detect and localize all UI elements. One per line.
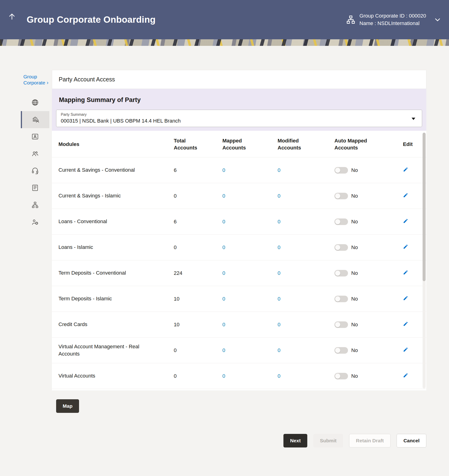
module-name: Virtual Accounts xyxy=(58,372,157,380)
auto-mapped-label: No xyxy=(351,167,358,173)
auto-mapped-toggle[interactable] xyxy=(334,193,348,199)
map-button[interactable]: Map xyxy=(56,399,79,413)
edit-icon[interactable] xyxy=(403,244,408,249)
sidebar-item-report[interactable] xyxy=(21,179,49,197)
total-accounts-value: 0 xyxy=(174,244,222,250)
total-accounts-value: 6 xyxy=(174,167,222,173)
scroll-top-arrow-icon[interactable] xyxy=(8,13,16,21)
modified-accounts-link[interactable]: 0 xyxy=(278,167,334,173)
sidebar-item-support[interactable] xyxy=(21,162,49,179)
decorative-banner xyxy=(0,39,449,46)
cancel-button[interactable]: Cancel xyxy=(397,434,426,448)
org-hierarchy-icon xyxy=(346,15,356,25)
user-id-icon xyxy=(31,133,39,140)
auto-mapped-toggle[interactable] xyxy=(334,296,348,302)
mapped-accounts-link[interactable]: 0 xyxy=(222,167,278,173)
page-title: Party Account Access xyxy=(52,70,426,89)
module-name: Current & Savings - Islamic xyxy=(58,192,157,199)
modified-accounts-link[interactable]: 0 xyxy=(278,296,334,302)
sidebar-item-workflow[interactable] xyxy=(21,197,49,214)
auto-mapped-toggle[interactable] xyxy=(334,167,348,174)
breadcrumb-group-corporate[interactable]: Group Corporate xyxy=(23,74,50,86)
total-accounts-value: 0 xyxy=(174,373,222,379)
auto-mapped-toggle[interactable] xyxy=(334,347,348,354)
modified-accounts-link[interactable]: 0 xyxy=(278,244,334,250)
table-row: Virtual Account Management - Real Accoun… xyxy=(52,338,426,363)
auto-mapped-toggle[interactable] xyxy=(334,270,348,277)
chevron-down-icon[interactable] xyxy=(434,16,441,23)
mapped-accounts-link[interactable]: 0 xyxy=(222,193,278,199)
edit-icon[interactable] xyxy=(403,347,408,352)
sidebar-item-party-account-access[interactable] xyxy=(21,111,49,128)
table-scrollbar[interactable] xyxy=(423,133,426,389)
module-name: Loans - Conventional xyxy=(58,218,157,225)
table-row: Virtual Accounts000No xyxy=(52,363,426,389)
group-corporate-name: Name : NSDLInternational xyxy=(359,20,426,27)
module-name: Term Deposits - Islamic xyxy=(58,295,157,302)
dropdown-caret-icon[interactable] xyxy=(412,118,415,120)
sidebar-item-user-settings[interactable] xyxy=(21,214,49,231)
party-summary-value: 000315 | NSDL Bank | UBS OBPM 14.4 HEL B… xyxy=(56,117,422,124)
mapped-accounts-link[interactable]: 0 xyxy=(222,322,278,328)
sidebar-item-users[interactable] xyxy=(21,145,49,162)
module-name: Term Deposits - Conventional xyxy=(58,269,157,277)
auto-mapped-toggle[interactable] xyxy=(334,244,348,251)
mapped-accounts-link[interactable]: 0 xyxy=(222,270,278,276)
mapped-accounts-link[interactable]: 0 xyxy=(222,219,278,225)
footer-actions: Next Submit Retain Draft Cancel xyxy=(52,434,426,448)
modified-accounts-link[interactable]: 0 xyxy=(278,219,334,225)
app-header: Group Corporate Onboarding Group Corpora… xyxy=(0,0,449,39)
sidebar-item-globe[interactable] xyxy=(21,94,49,111)
table-row: Term Deposits - Islamic1000No xyxy=(52,286,426,312)
auto-mapped-label: No xyxy=(351,347,358,353)
auto-mapped-label: No xyxy=(351,219,358,225)
modified-accounts-link[interactable]: 0 xyxy=(278,347,334,353)
col-header-modified-accounts: Modified Accounts xyxy=(278,137,313,151)
module-name: Credit Cards xyxy=(58,321,157,328)
table-scrollbar-thumb[interactable] xyxy=(423,133,426,281)
sidebar-item-user-id[interactable] xyxy=(21,128,49,145)
table-body: Current & Savings - Conventional600NoCur… xyxy=(52,157,426,389)
modified-accounts-link[interactable]: 0 xyxy=(278,322,334,328)
modified-accounts-link[interactable]: 0 xyxy=(278,270,334,276)
table-row: Current & Savings - Conventional600No xyxy=(52,157,426,183)
col-header-auto-mapped-accounts: Auto Mapped Accounts xyxy=(334,137,370,151)
mapped-accounts-link[interactable]: 0 xyxy=(222,296,278,302)
mapped-accounts-link[interactable]: 0 xyxy=(222,373,278,379)
submit-button[interactable]: Submit xyxy=(313,434,343,448)
table-header-row: Modules Total Accounts Mapped Accounts M… xyxy=(52,131,426,157)
support-headset-icon xyxy=(31,167,39,175)
auto-mapped-label: No xyxy=(351,270,358,276)
auto-mapped-label: No xyxy=(351,322,358,328)
app-title: Group Corporate Onboarding xyxy=(27,15,156,25)
table-row: Loans - Islamic000No xyxy=(52,235,426,260)
mapped-accounts-link[interactable]: 0 xyxy=(222,244,278,250)
party-account-access-icon xyxy=(32,116,39,123)
users-icon xyxy=(31,150,39,157)
workflow-icon xyxy=(31,201,39,209)
total-accounts-value: 10 xyxy=(174,322,222,328)
auto-mapped-label: No xyxy=(351,296,358,302)
total-accounts-value: 0 xyxy=(174,193,222,199)
auto-mapped-toggle[interactable] xyxy=(334,321,348,328)
edit-icon[interactable] xyxy=(403,321,408,327)
edit-icon[interactable] xyxy=(403,295,408,301)
edit-icon[interactable] xyxy=(403,218,408,224)
auto-mapped-label: No xyxy=(351,244,358,250)
retain-draft-button[interactable]: Retain Draft xyxy=(349,434,391,448)
total-accounts-value: 10 xyxy=(174,296,222,302)
section-title: Mapping Summary of Party xyxy=(59,96,422,104)
next-button[interactable]: Next xyxy=(283,434,307,448)
auto-mapped-toggle[interactable] xyxy=(334,218,348,225)
edit-icon[interactable] xyxy=(403,373,408,378)
auto-mapped-toggle[interactable] xyxy=(334,373,348,380)
mapped-accounts-link[interactable]: 0 xyxy=(222,347,278,353)
modified-accounts-link[interactable]: 0 xyxy=(278,193,334,199)
group-corporate-id: Group Corporate ID : 000020 xyxy=(359,12,426,20)
table-row: Term Deposits - Conventional22400No xyxy=(52,260,426,286)
edit-icon[interactable] xyxy=(403,193,408,198)
modified-accounts-link[interactable]: 0 xyxy=(278,373,334,379)
edit-icon[interactable] xyxy=(403,270,408,275)
party-summary-select[interactable]: Party Summary 000315 | NSDL Bank | UBS O… xyxy=(56,110,422,127)
edit-icon[interactable] xyxy=(403,167,408,172)
